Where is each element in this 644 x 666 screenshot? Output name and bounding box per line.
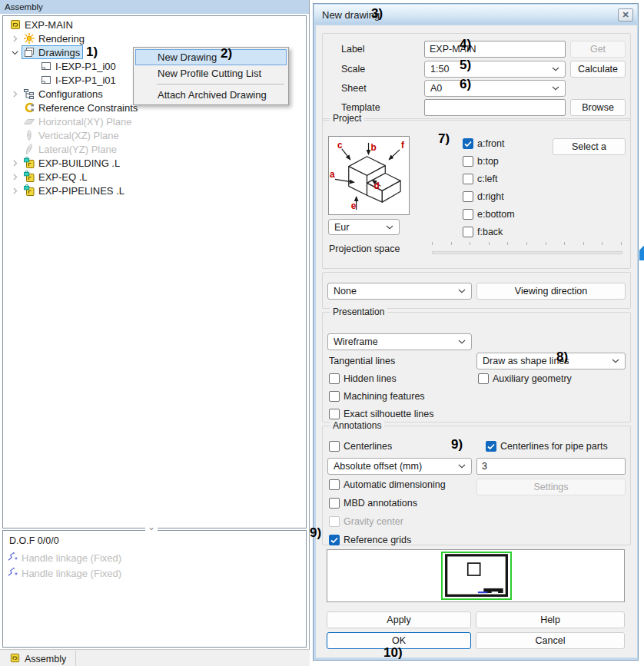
checkbox-reference-grids[interactable]: Reference grids [329,534,411,546]
chevron-down-icon[interactable] [8,46,22,58]
tree-item-exp-main[interactable]: EXP-MAIN [3,18,306,31]
sheet-field-label: Sheet [341,80,367,97]
menu-item-new-drawing[interactable]: New Drawing [135,49,287,65]
close-icon[interactable]: ✕ [618,8,633,22]
dof-panel: D.O.F 0/0/0 Handle linkage (Fixed)Handle… [2,530,307,648]
checkbox-centerlines-for-pipe-parts[interactable]: Centerlines for pipe parts [486,440,608,452]
checkbox-gravity-center[interactable]: Gravity center [329,515,403,528]
tree-item-label: Reference Constraints [38,102,138,114]
calculate-button[interactable]: Calculate [570,61,626,78]
tree-item-horizontal-xy-plane[interactable]: Horizontal(XY) Plane [3,114,306,128]
svg-text:e: e [351,200,357,211]
sheet-select[interactable]: A0 [424,80,566,97]
project-group-title: Project [330,113,364,124]
sheet-thumbnail-graphic [443,553,510,598]
projection-standard-select[interactable]: Eur [328,219,400,235]
section-select[interactable]: None [327,283,472,300]
dialog-titlebar[interactable]: New drawing [314,5,637,25]
template-preview-strip [327,549,625,602]
tree-item-lateral-yz-plane[interactable]: Lateral(YZ) Plane [3,142,306,156]
menu-separator [157,84,284,84]
checkbox-label: Centerlines for pipe parts [500,441,608,452]
svg-text:a: a [330,169,335,180]
checkbox-label: Hidden lines [344,373,397,384]
chevron-down-icon [458,289,466,293]
tree-item-rendering[interactable]: Rendering [3,31,306,45]
menu-item-new-profile-cutting-list[interactable]: New Profile Cutting List [135,65,287,81]
settings-button[interactable]: Settings [476,479,626,495]
apply-button[interactable]: Apply [327,611,471,628]
tree-item-vertical-xz-plane[interactable]: Vertical(XZ) Plane [3,128,306,142]
checkbox-view-c-left[interactable]: c:left [463,173,497,185]
expander-spacer [8,129,22,141]
tree-item-label: Configurations [38,88,103,100]
chevron-right-icon[interactable] [8,184,22,197]
part-locked-icon [23,171,35,183]
chevron-right-icon[interactable] [8,88,22,100]
checkbox-mbd-annotations[interactable]: MBD annotations [329,497,417,509]
slider-tick [507,242,508,245]
checkbox-automatic-dimensioning[interactable]: Automatic dimensioning [329,479,446,491]
tab-assembly[interactable]: Assembly [4,651,76,666]
scale-select[interactable]: 1:50 [424,61,566,78]
checkbox-centerlines[interactable]: Centerlines [329,440,392,452]
checkbox-view-d-right[interactable]: d:right [463,191,504,203]
checkbox-view-f-back[interactable]: f:back [463,226,503,238]
slider-track[interactable] [432,251,622,254]
chevron-right-icon[interactable] [8,171,22,183]
chevron-right-icon[interactable] [8,32,22,45]
slider-tick [432,242,433,245]
select-a-button[interactable]: Select a [553,138,626,155]
tree-item-exp-building-l[interactable]: EXP-BUILDING .L [3,156,306,170]
browse-button[interactable]: Browse [570,99,626,116]
tangential-lines-select[interactable]: Draw as shape lines [476,353,626,369]
slider-tick [451,242,452,245]
checkbox-view-b-top[interactable]: b:top [463,155,499,167]
checkbox-label: Reference grids [344,535,411,545]
get-button[interactable]: Get [570,41,626,58]
checkbox-view-a-front[interactable]: a:front [463,138,504,150]
template-thumbnail-selected[interactable] [441,552,512,600]
offset-mode-select[interactable]: Absolute offset (mm) [327,458,472,475]
viewing-direction-button[interactable]: Viewing direction [476,283,626,300]
assembly-icon [9,652,21,666]
linkage-icon [7,551,22,565]
checkbox-label: a:front [477,138,504,149]
checkbox-view-e-bottom[interactable]: e:bottom [463,208,515,220]
label-input[interactable]: EXP-MAIN [424,41,566,58]
slider-tick [526,242,527,245]
offset-value-input[interactable]: 3 [476,458,626,475]
tree-item-exp-pipelines-l[interactable]: EXP-PIPELINES .L [3,184,306,197]
checkbox-auxiliary-geometry[interactable]: Auxiliary geometry [478,373,572,385]
checkbox [329,373,340,384]
step-annotation-3: 3) [371,6,383,22]
bottom-tab-bar: Assembly [0,649,310,666]
checkbox-exact-silhouette-lines[interactable]: Exact silhouette lines [329,408,433,420]
chevron-down-icon [386,225,393,230]
slider-tick [564,242,565,245]
presentation-group-title: Presentation [330,306,387,317]
collapse-chevron-icon[interactable]: ⌄ [145,522,158,532]
checkbox-label: MBD annotations [344,498,417,509]
slider-tick [583,242,584,245]
presentation-mode-value: Wireframe [334,336,378,347]
step-annotation-1: 1) [86,45,98,60]
tree-item-label: Drawings [38,47,80,58]
svg-text:f: f [401,140,404,151]
projection-space-slider[interactable] [432,240,622,260]
tree-item-label: Lateral(YZ) Plane [38,144,117,155]
help-button[interactable]: Help [476,611,625,628]
checkbox [463,191,473,202]
checkbox [463,174,473,184]
tree-item-label: I-EXP-P1_i01 [55,75,116,86]
menu-item-attach-archived-drawing[interactable]: Attach Archived Drawing [135,87,287,103]
cancel-button[interactable]: Cancel [476,632,625,649]
presentation-mode-select[interactable]: Wireframe [327,333,472,350]
slider-thumb[interactable] [639,246,644,260]
checkbox-machining-features[interactable]: Machining features [329,390,425,403]
chevron-right-icon[interactable] [8,157,22,169]
tree-item-exp-eq-l[interactable]: EXP-EQ .L [3,170,306,184]
template-input[interactable] [424,99,566,116]
step-annotation-10: 10) [383,645,403,661]
checkbox-hidden-lines[interactable]: Hidden lines [329,373,397,385]
